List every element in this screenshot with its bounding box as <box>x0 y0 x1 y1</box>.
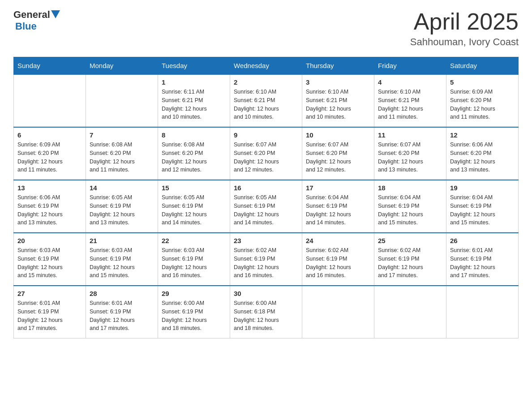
table-row: 10Sunrise: 6:07 AM Sunset: 6:20 PM Dayli… <box>302 127 374 180</box>
day-info: Sunrise: 6:11 AM Sunset: 6:21 PM Dayligh… <box>162 88 226 121</box>
day-info: Sunrise: 6:00 AM Sunset: 6:19 PM Dayligh… <box>162 299 226 333</box>
day-info: Sunrise: 6:08 AM Sunset: 6:20 PM Dayligh… <box>162 141 226 174</box>
day-info: Sunrise: 6:06 AM Sunset: 6:20 PM Dayligh… <box>450 141 515 174</box>
logo-blue: Blue <box>15 21 37 32</box>
title-area: April 2025 Sahhouman, Ivory Coast <box>410 9 519 48</box>
table-row <box>302 286 374 338</box>
logo-general: General <box>13 9 50 21</box>
day-info: Sunrise: 6:07 AM Sunset: 6:20 PM Dayligh… <box>378 141 442 174</box>
table-row: 15Sunrise: 6:05 AM Sunset: 6:19 PM Dayli… <box>158 180 230 233</box>
week-row-4: 20Sunrise: 6:03 AM Sunset: 6:19 PM Dayli… <box>14 233 519 286</box>
table-row: 27Sunrise: 6:01 AM Sunset: 6:19 PM Dayli… <box>14 286 86 338</box>
week-row-5: 27Sunrise: 6:01 AM Sunset: 6:19 PM Dayli… <box>14 286 519 338</box>
day-info: Sunrise: 6:01 AM Sunset: 6:19 PM Dayligh… <box>17 299 82 333</box>
header-day-friday: Friday <box>374 57 446 75</box>
table-row: 21Sunrise: 6:03 AM Sunset: 6:19 PM Dayli… <box>86 233 158 286</box>
day-number: 26 <box>450 237 515 244</box>
day-info: Sunrise: 6:04 AM Sunset: 6:19 PM Dayligh… <box>450 193 515 227</box>
day-number: 11 <box>378 131 442 139</box>
header-day-sunday: Sunday <box>14 57 86 75</box>
header-day-saturday: Saturday <box>446 57 519 75</box>
day-info: Sunrise: 6:00 AM Sunset: 6:18 PM Dayligh… <box>234 299 298 333</box>
header-day-thursday: Thursday <box>302 57 374 75</box>
day-info: Sunrise: 6:06 AM Sunset: 6:19 PM Dayligh… <box>17 193 82 227</box>
day-info: Sunrise: 6:02 AM Sunset: 6:19 PM Dayligh… <box>306 246 370 280</box>
table-row: 16Sunrise: 6:05 AM Sunset: 6:19 PM Dayli… <box>230 180 302 233</box>
table-row: 18Sunrise: 6:04 AM Sunset: 6:19 PM Dayli… <box>374 180 446 233</box>
table-row: 11Sunrise: 6:07 AM Sunset: 6:20 PM Dayli… <box>374 127 446 180</box>
table-row: 13Sunrise: 6:06 AM Sunset: 6:19 PM Dayli… <box>14 180 86 233</box>
day-number: 6 <box>17 131 82 139</box>
day-number: 15 <box>162 184 226 192</box>
calendar-table: SundayMondayTuesdayWednesdayThursdayFrid… <box>13 57 519 338</box>
day-info: Sunrise: 6:10 AM Sunset: 6:21 PM Dayligh… <box>378 88 442 121</box>
header-day-wednesday: Wednesday <box>230 57 302 75</box>
day-info: Sunrise: 6:07 AM Sunset: 6:20 PM Dayligh… <box>306 141 370 174</box>
day-number: 16 <box>234 184 298 192</box>
day-info: Sunrise: 6:05 AM Sunset: 6:19 PM Dayligh… <box>162 193 226 227</box>
day-number: 4 <box>378 78 442 86</box>
day-number: 30 <box>234 290 298 297</box>
table-row: 25Sunrise: 6:02 AM Sunset: 6:19 PM Dayli… <box>374 233 446 286</box>
day-number: 12 <box>450 131 515 139</box>
day-info: Sunrise: 6:07 AM Sunset: 6:20 PM Dayligh… <box>234 141 298 174</box>
table-row: 1Sunrise: 6:11 AM Sunset: 6:21 PM Daylig… <box>158 74 230 127</box>
table-row: 28Sunrise: 6:01 AM Sunset: 6:19 PM Dayli… <box>86 286 158 338</box>
table-row: 26Sunrise: 6:01 AM Sunset: 6:19 PM Dayli… <box>446 233 519 286</box>
day-info: Sunrise: 6:09 AM Sunset: 6:20 PM Dayligh… <box>17 141 82 174</box>
day-number: 5 <box>450 78 515 86</box>
svg-marker-0 <box>51 10 60 18</box>
day-info: Sunrise: 6:03 AM Sunset: 6:19 PM Dayligh… <box>90 246 154 280</box>
table-row <box>86 74 158 127</box>
day-number: 8 <box>162 131 226 139</box>
day-number: 3 <box>306 78 370 86</box>
day-number: 22 <box>162 237 226 244</box>
table-row: 22Sunrise: 6:03 AM Sunset: 6:19 PM Dayli… <box>158 233 230 286</box>
logo-triangle-icon <box>51 10 60 19</box>
day-info: Sunrise: 6:03 AM Sunset: 6:19 PM Dayligh… <box>17 246 82 280</box>
table-row: 2Sunrise: 6:10 AM Sunset: 6:21 PM Daylig… <box>230 74 302 127</box>
day-number: 17 <box>306 184 370 192</box>
table-row: 29Sunrise: 6:00 AM Sunset: 6:19 PM Dayli… <box>158 286 230 338</box>
week-row-1: 1Sunrise: 6:11 AM Sunset: 6:21 PM Daylig… <box>14 74 519 127</box>
table-row: 14Sunrise: 6:05 AM Sunset: 6:19 PM Dayli… <box>86 180 158 233</box>
table-row: 17Sunrise: 6:04 AM Sunset: 6:19 PM Dayli… <box>302 180 374 233</box>
day-number: 7 <box>90 131 154 139</box>
table-row <box>374 286 446 338</box>
day-number: 1 <box>162 78 226 86</box>
day-info: Sunrise: 6:04 AM Sunset: 6:19 PM Dayligh… <box>306 193 370 227</box>
day-number: 14 <box>90 184 154 192</box>
header-row: SundayMondayTuesdayWednesdayThursdayFrid… <box>14 57 519 75</box>
day-number: 20 <box>17 237 82 244</box>
day-info: Sunrise: 6:02 AM Sunset: 6:19 PM Dayligh… <box>378 246 442 280</box>
table-row: 4Sunrise: 6:10 AM Sunset: 6:21 PM Daylig… <box>374 74 446 127</box>
day-number: 24 <box>306 237 370 244</box>
day-info: Sunrise: 6:01 AM Sunset: 6:19 PM Dayligh… <box>450 246 515 280</box>
week-row-2: 6Sunrise: 6:09 AM Sunset: 6:20 PM Daylig… <box>14 127 519 180</box>
table-row: 3Sunrise: 6:10 AM Sunset: 6:21 PM Daylig… <box>302 74 374 127</box>
day-info: Sunrise: 6:01 AM Sunset: 6:19 PM Dayligh… <box>90 299 154 333</box>
table-row: 5Sunrise: 6:09 AM Sunset: 6:20 PM Daylig… <box>446 74 519 127</box>
day-info: Sunrise: 6:02 AM Sunset: 6:19 PM Dayligh… <box>234 246 298 280</box>
day-number: 27 <box>17 290 82 297</box>
header: General Blue April 2025 Sahhouman, Ivory… <box>13 9 519 48</box>
day-number: 13 <box>17 184 82 192</box>
week-row-3: 13Sunrise: 6:06 AM Sunset: 6:19 PM Dayli… <box>14 180 519 233</box>
day-info: Sunrise: 6:10 AM Sunset: 6:21 PM Dayligh… <box>306 88 370 121</box>
table-row: 19Sunrise: 6:04 AM Sunset: 6:19 PM Dayli… <box>446 180 519 233</box>
header-day-tuesday: Tuesday <box>158 57 230 75</box>
table-row: 8Sunrise: 6:08 AM Sunset: 6:20 PM Daylig… <box>158 127 230 180</box>
table-row: 30Sunrise: 6:00 AM Sunset: 6:18 PM Dayli… <box>230 286 302 338</box>
day-info: Sunrise: 6:04 AM Sunset: 6:19 PM Dayligh… <box>378 193 442 227</box>
table-row: 24Sunrise: 6:02 AM Sunset: 6:19 PM Dayli… <box>302 233 374 286</box>
table-row: 6Sunrise: 6:09 AM Sunset: 6:20 PM Daylig… <box>14 127 86 180</box>
table-row: 9Sunrise: 6:07 AM Sunset: 6:20 PM Daylig… <box>230 127 302 180</box>
day-number: 21 <box>90 237 154 244</box>
day-number: 10 <box>306 131 370 139</box>
day-number: 9 <box>234 131 298 139</box>
table-row: 20Sunrise: 6:03 AM Sunset: 6:19 PM Dayli… <box>14 233 86 286</box>
day-info: Sunrise: 6:10 AM Sunset: 6:21 PM Dayligh… <box>234 88 298 121</box>
table-row <box>14 74 86 127</box>
calendar-header: SundayMondayTuesdayWednesdayThursdayFrid… <box>14 57 519 75</box>
table-row: 12Sunrise: 6:06 AM Sunset: 6:20 PM Dayli… <box>446 127 519 180</box>
